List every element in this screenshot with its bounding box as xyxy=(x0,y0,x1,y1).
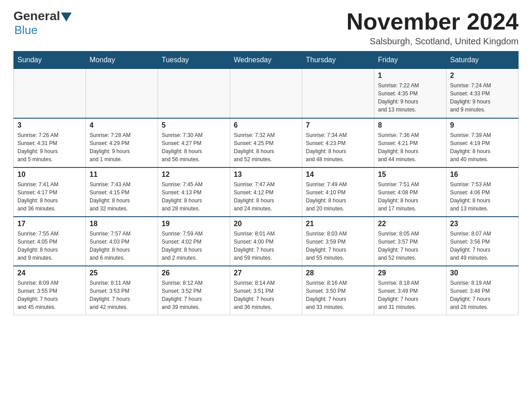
day-info: Sunrise: 8:07 AMSunset: 3:56 PMDaylight:… xyxy=(450,230,515,262)
calendar-day-cell: 30Sunrise: 8:19 AMSunset: 3:48 PMDayligh… xyxy=(446,266,519,315)
day-info: Sunrise: 7:26 AMSunset: 4:31 PMDaylight:… xyxy=(17,131,82,163)
calendar-day-cell: 5Sunrise: 7:30 AMSunset: 4:27 PMDaylight… xyxy=(158,118,230,167)
day-info: Sunrise: 8:18 AMSunset: 3:49 PMDaylight:… xyxy=(378,279,442,311)
calendar-day-cell: 13Sunrise: 7:47 AMSunset: 4:12 PMDayligh… xyxy=(230,167,302,217)
weekday-header-thursday: Thursday xyxy=(302,51,374,69)
calendar-day-cell: 8Sunrise: 7:36 AMSunset: 4:21 PMDaylight… xyxy=(374,118,446,167)
calendar-day-cell: 14Sunrise: 7:49 AMSunset: 4:10 PMDayligh… xyxy=(302,167,374,217)
calendar-day-cell: 6Sunrise: 7:32 AMSunset: 4:25 PMDaylight… xyxy=(230,118,302,167)
day-number: 25 xyxy=(90,269,154,277)
calendar-day-cell: 17Sunrise: 7:55 AMSunset: 4:05 PMDayligh… xyxy=(14,217,86,266)
day-number: 12 xyxy=(162,171,226,179)
logo-general-text: General xyxy=(13,9,60,23)
logo-triangle-icon xyxy=(61,13,72,21)
calendar-day-cell: 25Sunrise: 8:11 AMSunset: 3:53 PMDayligh… xyxy=(86,266,158,315)
day-number: 5 xyxy=(162,121,226,129)
day-info: Sunrise: 7:41 AMSunset: 4:17 PMDaylight:… xyxy=(17,180,82,213)
day-number: 20 xyxy=(234,220,298,228)
day-number: 9 xyxy=(450,121,515,129)
title-section: November 2024 Salsburgh, Scotland, Unite… xyxy=(347,9,519,47)
day-number: 24 xyxy=(17,269,82,277)
day-info: Sunrise: 7:28 AMSunset: 4:29 PMDaylight:… xyxy=(90,131,154,163)
calendar-day-cell: 28Sunrise: 8:16 AMSunset: 3:50 PMDayligh… xyxy=(302,266,374,315)
weekday-header-sunday: Sunday xyxy=(14,51,86,69)
day-info: Sunrise: 8:14 AMSunset: 3:51 PMDaylight:… xyxy=(234,279,298,311)
day-info: Sunrise: 8:03 AMSunset: 3:59 PMDaylight:… xyxy=(306,230,370,262)
day-number: 8 xyxy=(378,121,442,129)
calendar-week-row: 10Sunrise: 7:41 AMSunset: 4:17 PMDayligh… xyxy=(14,167,519,217)
calendar-day-cell: 18Sunrise: 7:57 AMSunset: 4:03 PMDayligh… xyxy=(86,217,158,266)
month-title: November 2024 xyxy=(347,9,519,34)
day-info: Sunrise: 8:05 AMSunset: 3:57 PMDaylight:… xyxy=(378,230,442,262)
weekday-header-friday: Friday xyxy=(374,51,446,69)
day-info: Sunrise: 7:45 AMSunset: 4:13 PMDaylight:… xyxy=(162,180,226,213)
day-number: 7 xyxy=(306,121,370,129)
calendar-week-row: 24Sunrise: 8:09 AMSunset: 3:55 PMDayligh… xyxy=(14,266,519,315)
calendar-day-cell xyxy=(158,69,230,118)
calendar-day-cell: 26Sunrise: 8:12 AMSunset: 3:52 PMDayligh… xyxy=(158,266,230,315)
day-number: 16 xyxy=(450,171,515,179)
day-number: 14 xyxy=(306,171,370,179)
day-info: Sunrise: 7:39 AMSunset: 4:19 PMDaylight:… xyxy=(450,131,515,163)
weekday-header-saturday: Saturday xyxy=(446,51,519,69)
calendar-day-cell: 27Sunrise: 8:14 AMSunset: 3:51 PMDayligh… xyxy=(230,266,302,315)
day-number: 10 xyxy=(17,171,82,179)
calendar-day-cell: 19Sunrise: 7:59 AMSunset: 4:02 PMDayligh… xyxy=(158,217,230,266)
day-number: 3 xyxy=(17,121,82,129)
calendar-week-row: 3Sunrise: 7:26 AMSunset: 4:31 PMDaylight… xyxy=(14,118,519,167)
calendar-table: SundayMondayTuesdayWednesdayThursdayFrid… xyxy=(13,51,519,315)
day-number: 28 xyxy=(306,269,370,277)
day-number: 15 xyxy=(378,171,442,179)
day-info: Sunrise: 8:01 AMSunset: 4:00 PMDaylight:… xyxy=(234,230,298,262)
day-number: 29 xyxy=(378,269,442,277)
logo: General Blue xyxy=(13,9,73,37)
calendar-day-cell xyxy=(86,69,158,118)
calendar-day-cell: 4Sunrise: 7:28 AMSunset: 4:29 PMDaylight… xyxy=(86,118,158,167)
logo-blue-text: Blue xyxy=(14,23,38,37)
calendar-day-cell: 21Sunrise: 8:03 AMSunset: 3:59 PMDayligh… xyxy=(302,217,374,266)
calendar-day-cell: 12Sunrise: 7:45 AMSunset: 4:13 PMDayligh… xyxy=(158,167,230,217)
day-number: 23 xyxy=(450,220,515,228)
page-header: General Blue November 2024 Salsburgh, Sc… xyxy=(13,9,519,47)
day-info: Sunrise: 7:49 AMSunset: 4:10 PMDaylight:… xyxy=(306,180,370,213)
calendar-week-row: 1Sunrise: 7:22 AMSunset: 4:35 PMDaylight… xyxy=(14,69,519,118)
day-number: 22 xyxy=(378,220,442,228)
day-number: 30 xyxy=(450,269,515,277)
calendar-day-cell: 9Sunrise: 7:39 AMSunset: 4:19 PMDaylight… xyxy=(446,118,519,167)
calendar-day-cell: 15Sunrise: 7:51 AMSunset: 4:08 PMDayligh… xyxy=(374,167,446,217)
calendar-day-cell: 16Sunrise: 7:53 AMSunset: 4:06 PMDayligh… xyxy=(446,167,519,217)
calendar-day-cell: 24Sunrise: 8:09 AMSunset: 3:55 PMDayligh… xyxy=(14,266,86,315)
calendar-day-cell: 1Sunrise: 7:22 AMSunset: 4:35 PMDaylight… xyxy=(374,69,446,118)
day-info: Sunrise: 8:12 AMSunset: 3:52 PMDaylight:… xyxy=(162,279,226,311)
day-info: Sunrise: 7:55 AMSunset: 4:05 PMDaylight:… xyxy=(17,230,82,262)
calendar-day-cell: 29Sunrise: 8:18 AMSunset: 3:49 PMDayligh… xyxy=(374,266,446,315)
day-info: Sunrise: 7:22 AMSunset: 4:35 PMDaylight:… xyxy=(378,81,442,114)
day-number: 6 xyxy=(234,121,298,129)
day-number: 4 xyxy=(90,121,154,129)
calendar-day-cell: 20Sunrise: 8:01 AMSunset: 4:00 PMDayligh… xyxy=(230,217,302,266)
day-number: 27 xyxy=(234,269,298,277)
day-number: 1 xyxy=(378,72,442,80)
day-number: 18 xyxy=(90,220,154,228)
calendar-day-cell xyxy=(14,69,86,118)
day-info: Sunrise: 7:59 AMSunset: 4:02 PMDaylight:… xyxy=(162,230,226,262)
day-info: Sunrise: 7:36 AMSunset: 4:21 PMDaylight:… xyxy=(378,131,442,163)
calendar-day-cell: 3Sunrise: 7:26 AMSunset: 4:31 PMDaylight… xyxy=(14,118,86,167)
day-info: Sunrise: 7:51 AMSunset: 4:08 PMDaylight:… xyxy=(378,180,442,213)
day-number: 13 xyxy=(234,171,298,179)
calendar-day-cell: 10Sunrise: 7:41 AMSunset: 4:17 PMDayligh… xyxy=(14,167,86,217)
calendar-day-cell: 7Sunrise: 7:34 AMSunset: 4:23 PMDaylight… xyxy=(302,118,374,167)
calendar-day-cell: 11Sunrise: 7:43 AMSunset: 4:15 PMDayligh… xyxy=(86,167,158,217)
weekday-header-tuesday: Tuesday xyxy=(158,51,230,69)
day-number: 26 xyxy=(162,269,226,277)
weekday-header-wednesday: Wednesday xyxy=(230,51,302,69)
day-number: 19 xyxy=(162,220,226,228)
day-number: 2 xyxy=(450,72,515,80)
day-number: 17 xyxy=(17,220,82,228)
calendar-day-cell: 22Sunrise: 8:05 AMSunset: 3:57 PMDayligh… xyxy=(374,217,446,266)
day-info: Sunrise: 8:16 AMSunset: 3:50 PMDaylight:… xyxy=(306,279,370,311)
day-info: Sunrise: 7:24 AMSunset: 4:33 PMDaylight:… xyxy=(450,81,515,114)
location-text: Salsburgh, Scotland, United Kingdom xyxy=(347,36,519,47)
day-number: 21 xyxy=(306,220,370,228)
day-info: Sunrise: 7:30 AMSunset: 4:27 PMDaylight:… xyxy=(162,131,226,163)
